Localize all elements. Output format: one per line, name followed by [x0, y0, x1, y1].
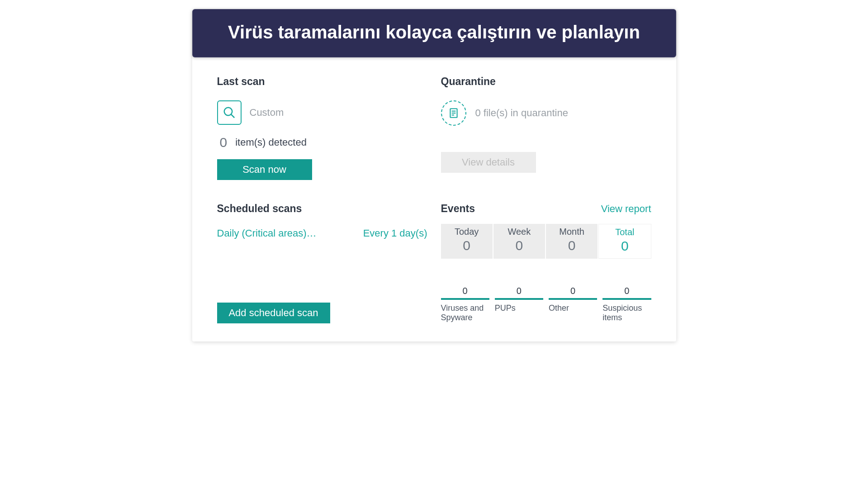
scheduled-heading: Scheduled scans	[217, 203, 427, 215]
tab-today[interactable]: Today 0	[441, 224, 493, 259]
category-suspicious: 0 Suspicious items	[602, 286, 651, 322]
view-details-button: View details	[441, 152, 536, 173]
scan-now-button[interactable]: Scan now	[217, 159, 312, 180]
category-label: Viruses and Spyware	[441, 303, 489, 322]
events-heading: Events	[441, 203, 475, 215]
last-scan-type: Custom	[250, 107, 284, 118]
category-label: Other	[549, 303, 597, 313]
category-other: 0 Other	[549, 286, 597, 322]
view-report-link[interactable]: View report	[601, 203, 651, 215]
scheduled-item-name: Daily (Critical areas)…	[217, 227, 317, 239]
last-scan-type-row: Custom	[217, 100, 427, 125]
tab-value: 0	[493, 238, 545, 253]
magnifier-icon	[217, 100, 242, 125]
content-grid: Last scan Custom 0 item(s) detected Scan…	[192, 76, 676, 341]
tab-value: 0	[441, 238, 493, 253]
tab-label: Today	[441, 227, 493, 237]
events-categories: 0 Viruses and Spyware 0 PUPs 0 Other 0 S…	[441, 286, 651, 322]
tab-value: 0	[546, 238, 598, 253]
category-label: PUPs	[495, 303, 543, 313]
scheduled-item[interactable]: Daily (Critical areas)… Every 1 day(s)	[217, 227, 427, 239]
add-scheduled-scan-button[interactable]: Add scheduled scan	[217, 303, 330, 323]
scheduled-section: Scheduled scans Daily (Critical areas)… …	[217, 203, 427, 323]
tab-label: Total	[599, 227, 650, 237]
quarantine-section: Quarantine 0 file(s) in quarantine View …	[441, 76, 651, 180]
quarantine-status-row: 0 file(s) in quarantine	[441, 100, 651, 126]
category-viruses: 0 Viruses and Spyware	[441, 286, 489, 322]
tab-total[interactable]: Total 0	[598, 224, 651, 259]
quarantine-status: 0 file(s) in quarantine	[475, 107, 568, 119]
quarantine-heading: Quarantine	[441, 76, 651, 88]
detected-count: 0	[220, 135, 228, 150]
svg-line-1	[231, 114, 234, 118]
tab-label: Month	[546, 227, 598, 237]
category-label: Suspicious items	[602, 303, 651, 322]
tab-value: 0	[599, 238, 650, 254]
tab-label: Week	[493, 227, 545, 237]
detected-row: 0 item(s) detected	[217, 135, 427, 150]
scheduled-item-freq: Every 1 day(s)	[363, 227, 427, 239]
category-count: 0	[495, 286, 543, 300]
tab-week[interactable]: Week 0	[493, 224, 545, 259]
category-count: 0	[602, 286, 651, 300]
last-scan-heading: Last scan	[217, 76, 427, 88]
category-count: 0	[441, 286, 489, 300]
events-section: Events View report Today 0 Week 0 Month …	[441, 203, 651, 323]
category-count: 0	[549, 286, 597, 300]
svg-point-0	[224, 108, 232, 116]
events-header: Events View report	[441, 203, 651, 215]
app-card: Virüs taramalarını kolayca çalıştırın ve…	[192, 9, 676, 341]
detected-text: item(s) detected	[235, 137, 307, 148]
document-icon	[441, 100, 466, 126]
tab-month[interactable]: Month 0	[546, 224, 598, 259]
category-pups: 0 PUPs	[495, 286, 543, 322]
events-tabs: Today 0 Week 0 Month 0 Total 0	[441, 224, 651, 259]
last-scan-section: Last scan Custom 0 item(s) detected Scan…	[217, 76, 427, 180]
banner-title: Virüs taramalarını kolayca çalıştırın ve…	[192, 9, 676, 57]
